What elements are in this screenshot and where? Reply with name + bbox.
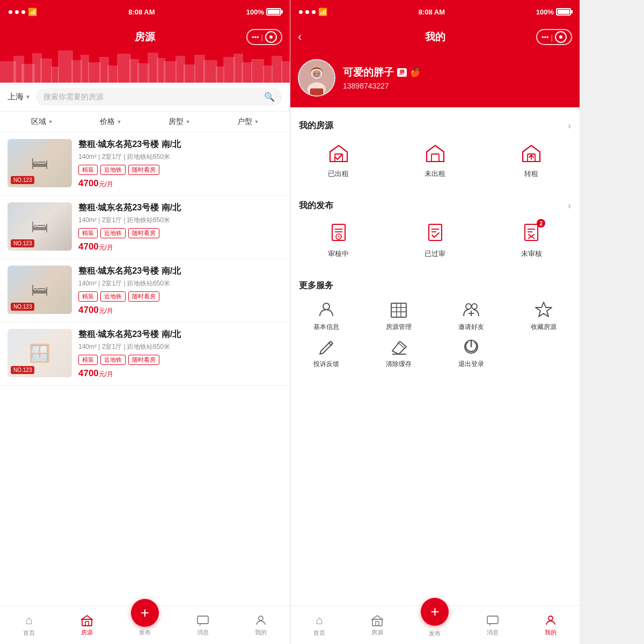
city-selector[interactable]: 上海 ▼ [8, 92, 31, 102]
target-icon-left [265, 31, 277, 43]
tag-metro-3: 近地铁 [100, 291, 126, 302]
svg-rect-31 [85, 621, 89, 626]
filter-area-arrow: ▼ [48, 119, 53, 125]
svg-point-33 [259, 616, 263, 620]
header-actions-left: ••• | [246, 29, 282, 45]
signal-dot-r2 [305, 10, 309, 14]
my-listings-available[interactable]: 未出租 [387, 140, 484, 179]
plus-button-left[interactable]: + [131, 599, 159, 627]
my-listings-icons: 已出租 未出租 [290, 137, 580, 187]
nav-messages-label-right: 消息 [487, 628, 499, 636]
plus-button-right[interactable]: + [421, 598, 449, 626]
header-pill-left[interactable]: ••• | [246, 29, 282, 45]
my-listings-header: 我的房源 › [290, 113, 580, 137]
my-publish-arrow[interactable]: › [568, 200, 571, 211]
price-unit-3: 元/月 [99, 307, 113, 314]
header-pill-right[interactable]: ••• | [536, 29, 572, 45]
service-basic-info[interactable]: 基本信息 [290, 300, 363, 332]
star-icon [534, 300, 553, 319]
listing-item-1[interactable]: 🛏 NO.123 整租·城东名苑23号楼 南/北 140m² | 2室1厅 | … [0, 133, 290, 196]
wifi-icon: 📶 [28, 8, 37, 16]
publish-reviewing[interactable]: 审核中 [290, 220, 387, 259]
nav-publish-left[interactable]: + 发布 [116, 610, 174, 636]
listing-item-3[interactable]: 🛏 NO.123 整租·城东名苑23号楼 南/北 140m² | 2室1厅 | … [0, 259, 290, 323]
more-services-section: 更多服务 基本信息 房源管理 [290, 273, 580, 377]
listing-info-3: 整租·城东名苑23号楼 南/北 140m² | 2室1厅 | 距地铁站650米 … [78, 266, 282, 316]
back-button[interactable]: ‹ [298, 30, 302, 44]
my-listings-title: 我的房源 [299, 120, 333, 131]
service-invite-friend[interactable]: 邀请好友 [435, 300, 508, 332]
nav-profile-right[interactable]: 我的 [522, 614, 580, 636]
my-publish-icons: 审核中 已过审 2 [290, 217, 580, 267]
listings-icon-right [371, 614, 384, 627]
listing-info-1: 整租·城东名苑23号楼 南/北 140m² | 2室1厅 | 距地铁站650米 … [78, 139, 282, 189]
price-unit-4: 元/月 [99, 370, 113, 378]
bottom-nav-right: ⌂ 首页 房源 + 发布 消息 [290, 605, 580, 644]
filter-area[interactable]: 区域 ▼ [8, 117, 76, 127]
nav-publish-label-left: 发布 [139, 628, 151, 636]
svg-rect-39 [310, 89, 324, 96]
search-input-wrap[interactable]: 搜索你需要的房源 🔍 [36, 88, 282, 106]
filter-type[interactable]: 房型 ▼ [145, 117, 214, 127]
service-listing-mgmt[interactable]: 房源管理 [363, 300, 435, 332]
listing-price-3: 4700元/月 [78, 305, 282, 316]
page-title-right: 我的 [425, 30, 445, 44]
nav-messages-left[interactable]: 消息 [174, 614, 232, 636]
my-listings-transfer[interactable]: 转租 [483, 140, 580, 179]
filter-layout[interactable]: 户型 ▼ [214, 117, 282, 127]
profile-name: 可爱的胖子 胖 🍎 [343, 65, 421, 79]
publish-unreviewed[interactable]: 2 未审核 [483, 220, 580, 259]
filter-price[interactable]: 价格 ▼ [76, 117, 145, 127]
nav-publish-right[interactable]: + 发布 [406, 609, 464, 638]
nav-listings-left[interactable]: 房源 [58, 614, 116, 636]
nav-listings-label-right: 房源 [371, 628, 383, 636]
listing-meta-3: 140m² | 2室1厅 | 距地铁站650米 [78, 279, 282, 288]
service-logout[interactable]: 退出登录 [435, 337, 508, 369]
listing-item-4[interactable]: 🪟 NO.123 整租·城东名苑23号楼 南/北 140m² | 2室1厅 | … [0, 323, 290, 386]
signal-dot-2 [15, 10, 19, 14]
my-listings-rented[interactable]: 已出租 [290, 140, 387, 179]
listing-title-1: 整租·城东名苑23号楼 南/北 [78, 139, 282, 150]
nav-listings-right[interactable]: 房源 [348, 614, 406, 636]
service-feedback[interactable]: 投诉反馈 [290, 337, 363, 369]
listing-title-4: 整租·城东名苑23号楼 南/北 [78, 329, 282, 340]
left-phone: 📶 8:08 AM 100% 房源 ••• | [0, 0, 290, 644]
service-clear-cache[interactable]: 清除缓存 [363, 337, 435, 369]
listing-image-4: 🪟 NO.123 [8, 329, 72, 377]
listing-mgmt-label: 房源管理 [386, 323, 412, 332]
tag-metro-1: 近地铁 [100, 165, 126, 175]
my-listings-arrow[interactable]: › [568, 120, 571, 131]
tag-visit-3: 随时看房 [128, 291, 159, 302]
nav-messages-right[interactable]: 消息 [464, 614, 522, 636]
rented-label: 已出租 [328, 169, 349, 179]
svg-rect-53 [525, 224, 538, 240]
nav-profile-left[interactable]: 我的 [232, 614, 290, 636]
invite-label: 邀请好友 [458, 323, 484, 332]
nav-home-left[interactable]: ⌂ 首页 [0, 613, 58, 637]
listing-badge-2: NO.123 [11, 239, 34, 247]
publish-approved[interactable]: 已过审 [387, 220, 484, 259]
status-bar-right: 📶 8:08 AM 100% [290, 0, 580, 24]
listing-price-4: 4700元/月 [78, 368, 282, 379]
avatar[interactable] [298, 59, 335, 97]
listing-image-2: 🛏 NO.123 [8, 202, 72, 251]
tag-visit-1: 随时看房 [128, 165, 159, 175]
doc-check-icon [422, 220, 448, 246]
my-publish-header: 我的发布 › [290, 193, 580, 217]
transfer-label: 转租 [524, 169, 538, 179]
listing-item-2[interactable]: 🛏 NO.123 整租·城东名苑23号楼 南/北 140m² | 2室1厅 | … [0, 196, 290, 259]
tag-metro-2: 近地铁 [100, 228, 126, 238]
listing-tags-4: 精装 近地铁 随时看房 [78, 355, 282, 365]
clock-check-icon [326, 220, 352, 246]
feedback-label: 投诉反馈 [313, 360, 339, 369]
listing-tags-2: 精装 近地铁 随时看房 [78, 228, 282, 238]
search-placeholder: 搜索你需要的房源 [43, 92, 261, 102]
price-unit-1: 元/月 [99, 180, 113, 188]
svg-point-77 [548, 616, 553, 620]
approved-label: 已过审 [425, 249, 445, 259]
nav-home-right[interactable]: ⌂ 首页 [290, 613, 348, 637]
header-actions-right: ••• | [536, 29, 572, 45]
reviewing-label: 审核中 [328, 249, 349, 259]
nav-home-label-right: 首页 [313, 629, 325, 637]
service-favorites[interactable]: 收藏房源 [507, 300, 580, 332]
